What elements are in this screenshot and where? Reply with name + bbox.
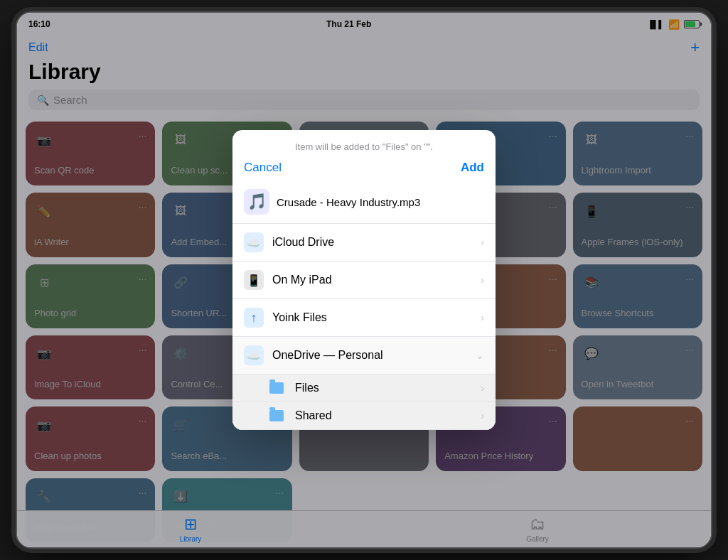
ipad-name: On My iPad — [272, 274, 472, 286]
location-onedrive[interactable]: ☁️ OneDrive — Personal ⌄ — [232, 337, 496, 375]
add-button[interactable]: Add — [461, 161, 484, 175]
modal-actions: Cancel Add — [232, 155, 496, 183]
yoink-icon: ↑ — [244, 308, 264, 328]
files-chevron: › — [481, 382, 484, 394]
onedrive-name: OneDrive — Personal — [272, 349, 467, 362]
files-folder-name: Files — [295, 382, 473, 394]
shared-folder-icon — [269, 410, 284, 421]
location-on-my-ipad[interactable]: 📱 On My iPad › — [232, 262, 496, 299]
icloud-name: iCloud Drive — [272, 236, 472, 249]
ipad-device: 16:10 Thu 21 Feb ▐▌▌ 📶 Edit + Library 🔍 … — [16, 11, 712, 549]
shared-chevron: › — [481, 410, 484, 421]
icloud-chevron: › — [481, 237, 484, 248]
yoink-chevron: › — [481, 312, 484, 323]
file-type-icon: 🎵 — [244, 189, 269, 215]
yoink-name: Yoink Files — [272, 311, 472, 324]
add-to-files-modal: Item will be added to "Files" on "". Can… — [232, 130, 496, 430]
modal-header-text: Item will be added to "Files" on "". — [244, 141, 484, 152]
modal-overlay: Item will be added to "Files" on "". Can… — [17, 13, 711, 547]
file-name: Crusade - Heavy Industry.mp3 — [277, 196, 420, 208]
modal-header: Item will be added to "Files" on "". — [232, 130, 496, 152]
ipad-chevron: › — [481, 274, 484, 286]
onedrive-icon: ☁️ — [244, 345, 264, 365]
cancel-button[interactable]: Cancel — [244, 161, 282, 175]
modal-file-row: 🎵 Crusade - Heavy Industry.mp3 — [232, 183, 496, 224]
location-yoink[interactable]: ↑ Yoink Files › — [232, 299, 496, 337]
location-icloud-drive[interactable]: ☁️ iCloud Drive › — [232, 224, 496, 262]
shared-folder-name: Shared — [295, 409, 473, 422]
icloud-icon: ☁️ — [244, 232, 264, 252]
files-folder-icon — [269, 382, 284, 394]
location-list: ☁️ iCloud Drive › 📱 On My iPad › ↑ Yoink… — [232, 224, 496, 430]
onedrive-chevron: ⌄ — [476, 350, 484, 361]
sub-folder-shared[interactable]: Shared › — [232, 402, 496, 430]
ipad-icon: 📱 — [244, 270, 264, 290]
sub-folder-files[interactable]: Files › — [232, 375, 496, 402]
